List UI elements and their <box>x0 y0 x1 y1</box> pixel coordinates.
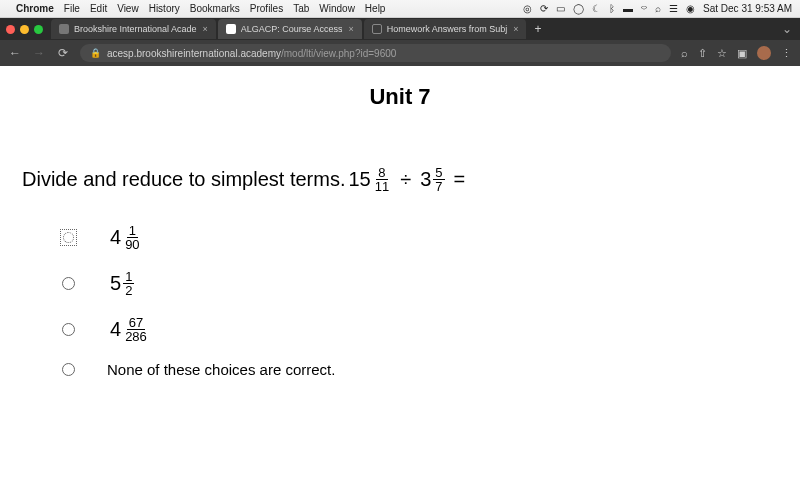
choice-2-whole: 5 <box>110 272 121 295</box>
status-bluetooth-icon[interactable]: ᛒ <box>609 3 615 14</box>
choice-3-den: 286 <box>123 330 149 343</box>
operand-b: 3 5 7 <box>420 166 444 193</box>
mac-menubar: Chrome File Edit View History Bookmarks … <box>0 0 800 18</box>
operand-a-den: 11 <box>373 180 391 193</box>
url-host: acesp.brookshireinternational.academy <box>107 48 281 59</box>
choice-1-num: 1 <box>127 224 138 238</box>
menu-window[interactable]: Window <box>319 3 355 14</box>
close-icon[interactable]: × <box>348 24 353 34</box>
status-siri-icon[interactable]: ◉ <box>686 3 695 14</box>
tab-homework[interactable]: Homework Answers from Subj × <box>364 19 527 39</box>
choice-3[interactable]: 4 67 286 <box>62 306 335 352</box>
tab-label: Brookshire International Acade <box>74 24 197 34</box>
choice-2-den: 2 <box>123 284 134 297</box>
window-dropdown-icon[interactable]: ⌄ <box>782 22 800 36</box>
status-sync-icon[interactable]: ⟳ <box>540 3 548 14</box>
globe-icon <box>59 24 69 34</box>
operator-divide: ÷ <box>400 168 411 191</box>
forward-button[interactable]: → <box>32 46 46 60</box>
operand-a-num: 8 <box>376 166 387 180</box>
radio-unselected[interactable] <box>62 363 75 376</box>
status-battery-icon[interactable]: ▬ <box>623 3 633 14</box>
tab-label: ALGACP: Course Access <box>241 24 343 34</box>
menubar-clock[interactable]: Sat Dec 31 9:53 AM <box>703 3 792 14</box>
radio-selected[interactable] <box>60 229 77 246</box>
menu-tab[interactable]: Tab <box>293 3 309 14</box>
menu-file[interactable]: File <box>64 3 80 14</box>
operand-b-fraction: 5 7 <box>433 166 444 193</box>
question-row: Divide and reduce to simplest terms. 15 … <box>22 166 770 193</box>
operand-b-den: 7 <box>433 180 444 193</box>
tab-label: Homework Answers from Subj <box>387 24 508 34</box>
tab-brookshire[interactable]: Brookshire International Acade × <box>51 19 216 39</box>
operand-b-num: 5 <box>433 166 444 180</box>
tab-algacp[interactable]: ALGACP: Course Access × <box>218 19 362 39</box>
window-minimize-button[interactable] <box>20 25 29 34</box>
menu-history[interactable]: History <box>149 3 180 14</box>
choice-3-value: 4 67 286 <box>107 316 152 343</box>
browser-toolbar: ← → ⟳ 🔒 acesp.brookshireinternational.ac… <box>0 40 800 66</box>
close-icon[interactable]: × <box>513 24 518 34</box>
back-button[interactable]: ← <box>8 46 22 60</box>
site-icon <box>372 24 382 34</box>
window-zoom-button[interactable] <box>34 25 43 34</box>
unit-title: Unit 7 <box>0 84 800 110</box>
menu-view[interactable]: View <box>117 3 139 14</box>
choice-1-value: 4 1 90 <box>107 224 145 251</box>
operand-b-whole: 3 <box>420 168 431 191</box>
choice-4[interactable]: None of these choices are correct. <box>62 352 335 386</box>
lock-icon: 🔒 <box>90 48 101 58</box>
choice-2-num: 1 <box>123 270 134 284</box>
status-control-center-icon[interactable]: ☰ <box>669 3 678 14</box>
kebab-menu-icon[interactable]: ⋮ <box>781 47 792 60</box>
answer-choices: 4 1 90 5 1 2 <box>62 214 335 386</box>
status-wifi-icon[interactable]: ⌔ <box>641 3 647 14</box>
choice-2[interactable]: 5 1 2 <box>62 260 335 306</box>
radio-unselected[interactable] <box>62 323 75 336</box>
choice-2-value: 5 1 2 <box>107 270 137 297</box>
menu-edit[interactable]: Edit <box>90 3 107 14</box>
extensions-icon[interactable]: ▣ <box>737 47 747 60</box>
chrome-window: Brookshire International Acade × ALGACP:… <box>0 18 800 66</box>
operand-a-fraction: 8 11 <box>373 166 391 193</box>
address-bar[interactable]: 🔒 acesp.brookshireinternational.academy/… <box>80 44 671 62</box>
search-icon[interactable]: ⌕ <box>681 47 688 59</box>
status-dnd-icon[interactable]: ◯ <box>573 3 584 14</box>
question-text: Divide and reduce to simplest terms. <box>22 168 345 191</box>
profile-avatar[interactable] <box>757 46 771 60</box>
menu-app[interactable]: Chrome <box>16 3 54 14</box>
new-tab-button[interactable]: + <box>534 22 541 36</box>
choice-1-den: 90 <box>123 238 141 251</box>
reload-button[interactable]: ⟳ <box>56 46 70 60</box>
share-icon[interactable]: ⇧ <box>698 47 707 60</box>
doc-icon <box>226 24 236 34</box>
status-moon-icon[interactable]: ☾ <box>592 3 601 14</box>
choice-3-whole: 4 <box>110 318 121 341</box>
page-content: Unit 7 Divide and reduce to simplest ter… <box>0 66 800 500</box>
tabstrip: Brookshire International Acade × ALGACP:… <box>0 18 800 40</box>
menu-help[interactable]: Help <box>365 3 386 14</box>
operand-a: 15 8 11 <box>348 166 391 193</box>
choice-4-text: None of these choices are correct. <box>107 361 335 378</box>
window-close-button[interactable] <box>6 25 15 34</box>
radio-unselected[interactable] <box>62 277 75 290</box>
choice-3-num: 67 <box>127 316 145 330</box>
equals-sign: = <box>454 168 466 191</box>
operand-a-whole: 15 <box>348 168 370 191</box>
bookmark-icon[interactable]: ☆ <box>717 47 727 60</box>
status-record-icon[interactable]: ◎ <box>523 3 532 14</box>
url-path: /mod/lti/view.php?id=9600 <box>281 48 396 59</box>
status-search-icon[interactable]: ⌕ <box>655 3 661 14</box>
choice-1-whole: 4 <box>110 226 121 249</box>
choice-1[interactable]: 4 1 90 <box>62 214 335 260</box>
menu-profiles[interactable]: Profiles <box>250 3 283 14</box>
window-controls <box>6 25 43 34</box>
status-display-icon[interactable]: ▭ <box>556 3 565 14</box>
close-icon[interactable]: × <box>203 24 208 34</box>
menu-bookmarks[interactable]: Bookmarks <box>190 3 240 14</box>
